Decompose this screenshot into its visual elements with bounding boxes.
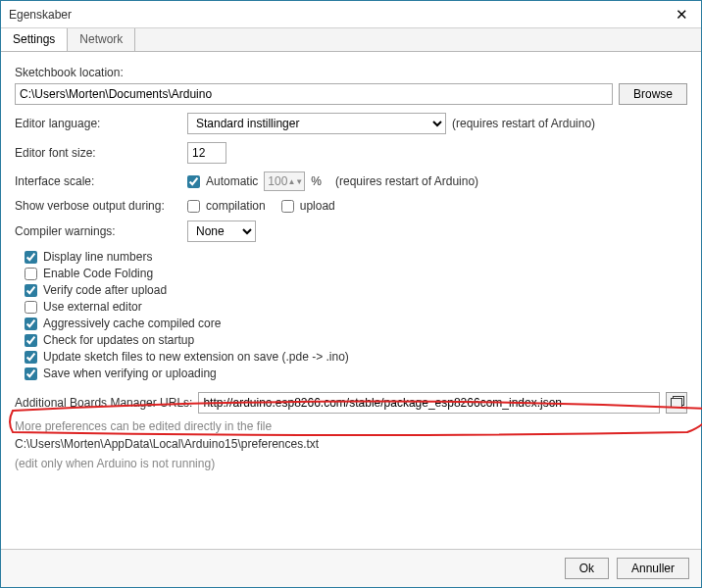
agg-cache-label: Aggressively cache compiled core (43, 317, 221, 330)
editor-language-label: Editor language: (15, 117, 181, 130)
compiler-warnings-label: Compiler warnings: (15, 224, 181, 238)
close-icon[interactable]: ✕ (670, 6, 693, 24)
boards-urls-input[interactable] (198, 392, 660, 414)
preferences-dialog: Egenskaber ✕ Settings Network Sketchbook… (0, 0, 702, 588)
verbose-label: Show verbose output during: (15, 199, 181, 213)
save-verify-checkbox[interactable] (25, 368, 37, 380)
external-editor-label: Use external editor (43, 300, 142, 314)
check-updates-checkbox[interactable] (25, 334, 37, 347)
verify-upload-label: Verify code after upload (43, 283, 167, 297)
browse-button[interactable]: Browse (619, 83, 687, 105)
compiler-warnings-select[interactable]: None (187, 220, 256, 242)
external-editor-checkbox[interactable] (25, 301, 37, 314)
prefs-path: C:\Users\Morten\AppData\Local\Arduino15\… (15, 437, 687, 451)
restart-note-1: (requires restart of Arduino) (452, 117, 595, 130)
titlebar: Egenskaber ✕ (1, 1, 701, 28)
update-ext-checkbox[interactable] (25, 351, 37, 364)
editor-fontsize-input[interactable] (187, 142, 226, 164)
dialog-footer: Ok Annuller (1, 549, 701, 587)
automatic-label: Automatic (206, 174, 258, 188)
percent-label: % (311, 174, 322, 188)
tab-settings[interactable]: Settings (1, 28, 68, 51)
settings-panel: Sketchbook location: Browse Editor langu… (1, 52, 701, 549)
verify-upload-checkbox[interactable] (25, 284, 37, 297)
code-folding-label: Enable Code Folding (43, 267, 153, 280)
editor-language-select[interactable]: Standard instillinger (187, 113, 446, 134)
edit-only-note: (edit only when Arduino is not running) (15, 457, 687, 470)
window-title: Egenskaber (9, 8, 670, 22)
editor-fontsize-label: Editor font size: (15, 146, 181, 160)
scale-spinner[interactable]: 100▲▼ (264, 172, 305, 191)
automatic-checkbox[interactable] (187, 175, 200, 188)
display-line-checkbox[interactable] (25, 251, 37, 264)
restart-note-2: (requires restart of Arduino) (335, 174, 478, 188)
upload-label: upload (300, 199, 335, 213)
sketchbook-path-input[interactable] (15, 83, 613, 105)
check-updates-label: Check for updates on startup (43, 333, 194, 347)
tabs: Settings Network (1, 28, 701, 52)
sketchbook-label: Sketchbook location: (15, 66, 687, 79)
code-folding-checkbox[interactable] (25, 268, 37, 280)
upload-checkbox[interactable] (281, 200, 294, 213)
ok-button[interactable]: Ok (565, 558, 609, 579)
window-icon (671, 398, 682, 408)
boards-urls-label: Additional Boards Manager URLs: (15, 396, 192, 410)
interface-scale-label: Interface scale: (15, 174, 181, 188)
more-prefs-note: More preferences can be edited directly … (15, 419, 687, 433)
display-line-label: Display line numbers (43, 250, 152, 264)
agg-cache-checkbox[interactable] (25, 318, 37, 330)
tab-network[interactable]: Network (68, 28, 135, 51)
save-verify-label: Save when verifying or uploading (43, 367, 217, 380)
compilation-checkbox[interactable] (187, 200, 200, 213)
cancel-button[interactable]: Annuller (617, 558, 689, 579)
boards-urls-expand-button[interactable] (666, 392, 687, 414)
compilation-label: compilation (206, 199, 266, 213)
update-ext-label: Update sketch files to new extension on … (43, 350, 349, 364)
